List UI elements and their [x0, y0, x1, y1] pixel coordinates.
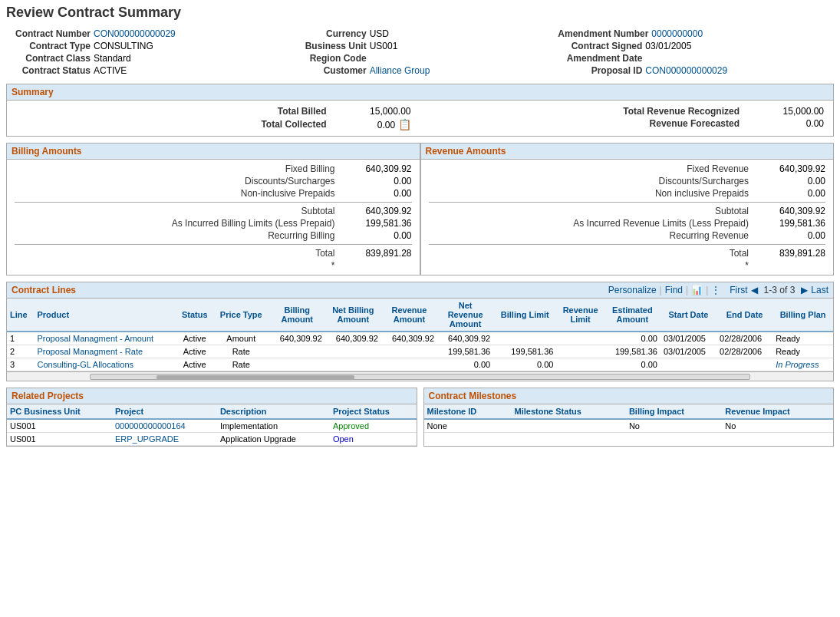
prev-icon[interactable]: ◀ [751, 285, 758, 295]
col-revenue-limit: RevenueLimit [556, 299, 604, 332]
revenue-amt-value [756, 260, 825, 271]
cl-header: Contract Lines Personalize | Find | 📊 | … [7, 282, 833, 299]
col-estimated-amount: EstimatedAmount [604, 299, 660, 332]
row-price-type: Amount [213, 332, 269, 345]
contract-class-label: Contract Class [6, 53, 91, 64]
row-end-date: 02/28/2006 [716, 345, 772, 358]
row-billing-plan: Ready [772, 345, 833, 358]
total-revenue-label: Total Revenue Recognized [430, 106, 756, 117]
billing-amt-label: As Incurred Billing Limits (Less Prepaid… [15, 218, 343, 229]
mil-header-row: Milestone ID Milestone Status Billing Im… [424, 404, 834, 419]
milestones-table: Milestone ID Milestone Status Billing Im… [424, 404, 834, 433]
revenue-forecasted-row: Revenue Forecasted 0.00 [430, 117, 825, 130]
billing-amt-label: Discounts/Surcharges [15, 176, 343, 186]
contract-type-value: CONSULTING [94, 41, 153, 51]
product-name: Proposal Managment - Amount [35, 332, 176, 345]
cl-table: Line Product Status Price Type BillingAm… [7, 299, 833, 371]
related-projects-box: Related Projects PC Business Unit Projec… [6, 388, 417, 447]
row-billing-plan: In Progress [772, 358, 833, 371]
cl-table-container: Line Product Status Price Type BillingAm… [7, 299, 833, 371]
rel-description: Application Upgrade [217, 433, 330, 446]
nav-info: 1-3 of 3 [764, 285, 796, 295]
rel-pc-bu: US001 [7, 419, 112, 433]
bottom-sections: Related Projects PC Business Unit Projec… [6, 388, 834, 447]
revenue-amt-label: Recurring Revenue [429, 230, 757, 241]
contract-number-row: Contract Number CON000000000029 [6, 28, 282, 39]
business-unit-row: Business Unit US001 [282, 41, 558, 51]
col-description: Description [217, 404, 330, 419]
revenue-amt-row: As Incurred Revenue Limits (Less Prepaid… [429, 217, 826, 229]
contract-number-link[interactable]: CON000000000029 [94, 28, 176, 39]
amendment-number-link[interactable]: 0000000000 [651, 28, 703, 39]
col-billing-plan: Billing Plan [772, 299, 833, 332]
region-code-row: Region Code [282, 53, 558, 64]
row-revenue-amount [381, 345, 437, 358]
first-label[interactable]: First [730, 285, 747, 295]
revenue-amt-label: Fixed Revenue [429, 163, 757, 174]
spreadsheet-icon[interactable]: 📋 [398, 118, 411, 130]
col-pc-bu: PC Business Unit [7, 404, 112, 419]
currency-label: Currency [282, 28, 367, 39]
scrollbar[interactable] [7, 371, 833, 381]
personalize-link[interactable]: Personalize [608, 285, 657, 295]
contract-status-row: Contract Status ACTIVE [6, 65, 282, 76]
row-billing-amount [269, 345, 325, 358]
revenue-amt-value: 640,309.92 [756, 206, 825, 216]
next-icon[interactable]: ▶ [801, 285, 808, 295]
revenue-amt-row: Discounts/Surcharges0.00 [429, 175, 826, 187]
row-estimated-amount: 0.00 [604, 332, 660, 345]
row-end-date: 02/28/2006 [716, 332, 772, 345]
contract-type-row: Contract Type CONSULTING [6, 41, 282, 51]
row-revenue-amount [381, 358, 437, 371]
col-billing-amount: BillingAmount [269, 299, 325, 332]
total-billed-row: Total Billed 15,000.00 [16, 105, 411, 117]
customer-link[interactable]: Alliance Group [370, 65, 430, 76]
col-revenue-amount: RevenueAmount [381, 299, 437, 332]
total-collected-row: Total Collected 0.00 📋 [16, 117, 411, 131]
proposal-id-row: Proposal ID CON000000000029 [558, 65, 834, 76]
row-billing-limit [493, 332, 556, 345]
summary-header: Summary [7, 84, 833, 101]
billing-amt-value: 199,581.36 [343, 218, 412, 229]
billing-amt-value [343, 260, 412, 271]
col-price-type: Price Type [213, 299, 269, 332]
billing-amt-value: 839,891.28 [343, 248, 412, 259]
rel-status: Open [330, 433, 417, 446]
related-projects-header: Related Projects [7, 388, 417, 404]
table-row: 3 Consulting-GL Allocations Active Rate … [7, 358, 833, 371]
revenue-amt-label: Subtotal [429, 206, 757, 216]
row-end-date [716, 358, 772, 371]
rel-project: ERP_UPGRADE [112, 433, 217, 446]
proposal-id-link[interactable]: CON000000000029 [645, 65, 727, 76]
row-revenue-limit [556, 332, 604, 345]
row-status: Active [176, 358, 213, 371]
row-billing-plan: Ready [772, 332, 833, 345]
revenue-amt-row: Subtotal640,309.92 [429, 205, 826, 217]
total-revenue-value: 15,000.00 [755, 106, 824, 117]
product-name: Consulting-GL Allocations [35, 358, 176, 371]
grid-icon-1[interactable]: 📊 [691, 285, 703, 295]
contract-status-label: Contract Status [6, 65, 91, 76]
business-unit-label: Business Unit [282, 41, 367, 51]
contract-class-row: Contract Class Standard [6, 53, 282, 64]
find-link[interactable]: Find [665, 285, 683, 295]
revenue-amt-row: Non inclusive Prepaids0.00 [429, 187, 826, 200]
revenue-amt-label: Discounts/Surcharges [429, 176, 757, 186]
row-net-billing-amount: 640,309.92 [325, 332, 381, 345]
billing-amt-value: 0.00 [343, 176, 412, 186]
col-net-revenue-amount: NetRevenueAmount [437, 299, 493, 332]
billing-amt-label: Total [15, 248, 343, 259]
milestone-id: None [424, 419, 512, 433]
revenue-forecasted-value: 0.00 [755, 118, 824, 129]
pipe-1: | [660, 285, 662, 295]
pipe-3: | [706, 285, 708, 295]
billing-amt-row: Discounts/Surcharges0.00 [15, 175, 412, 187]
list-item: None No No [424, 419, 834, 433]
row-price-type: Rate [213, 345, 269, 358]
billing-amt-label: * [15, 260, 343, 271]
billing-amt-label: Recurring Billing [15, 230, 343, 241]
scrollbar-track [90, 374, 751, 380]
last-label[interactable]: Last [811, 285, 828, 295]
info-col-3: Amendment Number 0000000000 Contract Sig… [558, 28, 834, 76]
grid-icon-2[interactable]: ⋮ [711, 285, 720, 295]
